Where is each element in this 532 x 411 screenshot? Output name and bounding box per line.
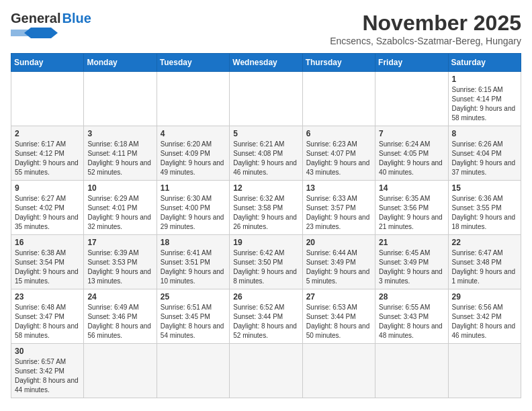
calendar-cell: 7Sunrise: 6:24 AM Sunset: 4:05 PM Daylig… [375,126,448,181]
weekday-header-saturday: Saturday [448,54,521,72]
day-info: Sunrise: 6:42 AM Sunset: 3:50 PM Dayligh… [233,248,298,286]
weekday-header-tuesday: Tuesday [157,54,229,72]
calendar-cell: 17Sunrise: 6:39 AM Sunset: 3:53 PM Dayli… [84,235,157,289]
day-number: 7 [379,129,444,138]
day-info: Sunrise: 6:29 AM Sunset: 4:01 PM Dayligh… [87,194,152,232]
calendar-header-row: SundayMondayTuesdayWednesdayThursdayFrid… [11,54,521,72]
title-area: November 2025 Encsencs, Szabolcs-Szatmar… [330,11,521,46]
calendar-cell: 2Sunrise: 6:17 AM Sunset: 4:12 PM Daylig… [11,126,84,181]
calendar-cell: 29Sunrise: 6:56 AM Sunset: 3:42 PM Dayli… [448,289,521,344]
day-info: Sunrise: 6:20 AM Sunset: 4:09 PM Dayligh… [161,140,226,177]
calendar-cell: 23Sunrise: 6:48 AM Sunset: 3:47 PM Dayli… [11,289,84,344]
calendar-week-row: 2Sunrise: 6:17 AM Sunset: 4:12 PM Daylig… [11,126,521,181]
calendar-cell: 12Sunrise: 6:32 AM Sunset: 3:58 PM Dayli… [230,181,302,235]
calendar-table: SundayMondayTuesdayWednesdayThursdayFrid… [11,53,521,398]
day-number: 26 [233,292,298,302]
logo-blue-text: Blue [62,11,91,26]
day-number: 21 [379,238,444,247]
day-number: 22 [452,238,517,247]
calendar-cell: 3Sunrise: 6:18 AM Sunset: 4:11 PM Daylig… [84,126,157,181]
day-info: Sunrise: 6:21 AM Sunset: 4:08 PM Dayligh… [233,140,298,177]
day-info: Sunrise: 6:27 AM Sunset: 4:02 PM Dayligh… [15,194,80,232]
calendar-cell: 24Sunrise: 6:49 AM Sunset: 3:46 PM Dayli… [84,289,157,344]
calendar-cell: 4Sunrise: 6:20 AM Sunset: 4:09 PM Daylig… [157,126,229,181]
calendar-cell [302,344,375,398]
calendar-cell: 5Sunrise: 6:21 AM Sunset: 4:08 PM Daylig… [230,126,302,181]
day-info: Sunrise: 6:33 AM Sunset: 3:57 PM Dayligh… [306,194,371,232]
day-info: Sunrise: 6:45 AM Sunset: 3:49 PM Dayligh… [379,248,444,286]
calendar-week-row: 23Sunrise: 6:48 AM Sunset: 3:47 PM Dayli… [11,289,521,344]
day-info: Sunrise: 6:52 AM Sunset: 3:44 PM Dayligh… [233,303,298,340]
logo-general-text: General [11,11,60,26]
month-title: November 2025 [330,11,521,36]
day-number: 25 [161,292,226,302]
day-number: 16 [15,238,80,247]
day-info: Sunrise: 6:51 AM Sunset: 3:45 PM Dayligh… [161,303,226,340]
logo: General Blue [11,11,91,40]
calendar-cell [157,72,229,126]
day-number: 14 [379,183,444,193]
day-info: Sunrise: 6:55 AM Sunset: 3:43 PM Dayligh… [379,303,444,340]
day-info: Sunrise: 6:24 AM Sunset: 4:05 PM Dayligh… [379,140,444,177]
day-number: 19 [233,238,298,247]
calendar-cell: 20Sunrise: 6:44 AM Sunset: 3:49 PM Dayli… [302,235,375,289]
calendar-cell: 6Sunrise: 6:23 AM Sunset: 4:07 PM Daylig… [302,126,375,181]
day-info: Sunrise: 6:30 AM Sunset: 4:00 PM Dayligh… [161,194,226,232]
day-info: Sunrise: 6:57 AM Sunset: 3:42 PM Dayligh… [15,357,80,395]
calendar-cell: 13Sunrise: 6:33 AM Sunset: 3:57 PM Dayli… [302,181,375,235]
day-info: Sunrise: 6:23 AM Sunset: 4:07 PM Dayligh… [306,140,371,177]
weekday-header-monday: Monday [84,54,157,72]
day-number: 6 [306,129,371,138]
calendar-cell: 11Sunrise: 6:30 AM Sunset: 4:00 PM Dayli… [157,181,229,235]
calendar-cell [11,72,84,126]
day-info: Sunrise: 6:18 AM Sunset: 4:11 PM Dayligh… [87,140,152,177]
day-number: 20 [306,238,371,247]
location-subtitle: Encsencs, Szabolcs-Szatmar-Bereg, Hungar… [330,36,521,46]
day-info: Sunrise: 6:41 AM Sunset: 3:51 PM Dayligh… [161,248,226,286]
calendar-cell: 22Sunrise: 6:47 AM Sunset: 3:48 PM Dayli… [448,235,521,289]
calendar-cell: 19Sunrise: 6:42 AM Sunset: 3:50 PM Dayli… [230,235,302,289]
weekday-header-wednesday: Wednesday [230,54,302,72]
day-info: Sunrise: 6:49 AM Sunset: 3:46 PM Dayligh… [87,303,152,340]
day-info: Sunrise: 6:32 AM Sunset: 3:58 PM Dayligh… [233,194,298,232]
calendar-cell: 30Sunrise: 6:57 AM Sunset: 3:42 PM Dayli… [11,344,84,398]
day-info: Sunrise: 6:35 AM Sunset: 3:56 PM Dayligh… [379,194,444,232]
page-header: General Blue November 2025 Encsencs, Sza… [11,11,521,46]
calendar-cell: 26Sunrise: 6:52 AM Sunset: 3:44 PM Dayli… [230,289,302,344]
calendar-cell: 25Sunrise: 6:51 AM Sunset: 3:45 PM Dayli… [157,289,229,344]
day-info: Sunrise: 6:36 AM Sunset: 3:55 PM Dayligh… [452,194,517,232]
calendar-cell: 27Sunrise: 6:53 AM Sunset: 3:44 PM Dayli… [302,289,375,344]
calendar-cell [84,344,157,398]
calendar-cell: 15Sunrise: 6:36 AM Sunset: 3:55 PM Dayli… [448,181,521,235]
calendar-cell: 8Sunrise: 6:26 AM Sunset: 4:04 PM Daylig… [448,126,521,181]
day-number: 12 [233,183,298,193]
calendar-cell: 10Sunrise: 6:29 AM Sunset: 4:01 PM Dayli… [84,181,157,235]
calendar-cell: 16Sunrise: 6:38 AM Sunset: 3:54 PM Dayli… [11,235,84,289]
calendar-cell: 9Sunrise: 6:27 AM Sunset: 4:02 PM Daylig… [11,181,84,235]
calendar-cell [157,344,229,398]
day-number: 3 [87,129,152,138]
day-info: Sunrise: 6:38 AM Sunset: 3:54 PM Dayligh… [15,248,80,286]
calendar-cell [448,344,521,398]
day-info: Sunrise: 6:48 AM Sunset: 3:47 PM Dayligh… [15,303,80,340]
day-info: Sunrise: 6:44 AM Sunset: 3:49 PM Dayligh… [306,248,371,286]
calendar-week-row: 16Sunrise: 6:38 AM Sunset: 3:54 PM Dayli… [11,235,521,289]
day-number: 28 [379,292,444,302]
calendar-week-row: 30Sunrise: 6:57 AM Sunset: 3:42 PM Dayli… [11,344,521,398]
day-number: 15 [452,183,517,193]
day-info: Sunrise: 6:47 AM Sunset: 3:48 PM Dayligh… [452,248,517,286]
day-number: 8 [452,129,517,138]
day-number: 4 [161,129,226,138]
calendar-cell: 14Sunrise: 6:35 AM Sunset: 3:56 PM Dayli… [375,181,448,235]
calendar-cell [375,344,448,398]
day-number: 1 [452,75,517,84]
calendar-cell: 21Sunrise: 6:45 AM Sunset: 3:49 PM Dayli… [375,235,448,289]
logo-wave-icon [11,26,58,40]
day-number: 23 [15,292,80,302]
calendar-cell: 28Sunrise: 6:55 AM Sunset: 3:43 PM Dayli… [375,289,448,344]
day-number: 10 [87,183,152,193]
calendar-cell [230,72,302,126]
day-number: 17 [87,238,152,247]
day-info: Sunrise: 6:56 AM Sunset: 3:42 PM Dayligh… [452,303,517,340]
day-number: 13 [306,183,371,193]
